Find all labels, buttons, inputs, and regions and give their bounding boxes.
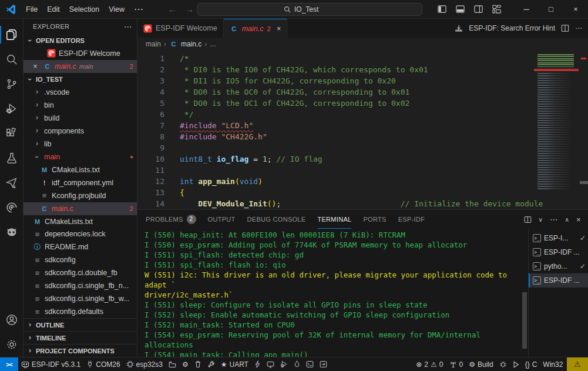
flash-download-icon[interactable] — [455, 24, 463, 32]
status-debug[interactable] — [277, 357, 291, 371]
launch-profile-chevron[interactable]: ∨ — [539, 216, 543, 223]
tree-item-main[interactable]: ›main● — [23, 151, 137, 163]
outline-section[interactable]: ›OUTLINE — [23, 318, 137, 331]
extensions-icon[interactable] — [0, 121, 23, 146]
menu-selection[interactable]: Selection — [65, 5, 104, 14]
tab-ports[interactable]: PORTS — [363, 210, 386, 229]
testing-icon[interactable] — [0, 146, 23, 171]
tab-esp-idf[interactable]: ESP-IDF — [398, 210, 425, 229]
status-export[interactable] — [317, 357, 330, 371]
breadcrumb-symbol[interactable]: ... — [210, 40, 216, 48]
tree-item-components[interactable]: ›components — [23, 125, 137, 138]
toggle-secondary-sidebar-icon[interactable] — [474, 5, 483, 14]
tree-item-sdkconfig-single-fb-w[interactable]: ≡sdkconfig.ci.single_fb_w... — [23, 292, 137, 305]
accounts-icon[interactable] — [0, 308, 23, 332]
status-full-clean[interactable] — [191, 357, 204, 371]
tree-item-sdkconfig[interactable]: ≡sdkconfig — [23, 253, 137, 266]
tab-output[interactable]: OUTPUT — [208, 210, 236, 229]
status-menuconfig[interactable]: ⚙ — [179, 357, 191, 371]
editor-more-actions[interactable]: ⋯ — [575, 24, 582, 32]
nav-forward-icon[interactable]: → — [185, 4, 194, 14]
terminal-instance[interactable]: >_ESP-IDF ... — [529, 245, 588, 259]
panel-more-actions[interactable]: ⋯ — [550, 215, 557, 224]
tree-item-sdkconfig-defaults[interactable]: ≡sdkconfig.defaults — [23, 305, 137, 318]
tree-item-sdkconfig-single-fb-n[interactable]: ≡sdkconfig.ci.single_fb_n... — [23, 279, 137, 292]
espressif-icon[interactable] — [0, 195, 23, 220]
split-terminal-icon[interactable] — [524, 216, 532, 223]
toggle-sidebar-icon[interactable] — [438, 5, 446, 14]
terminal-instance[interactable]: >_pytho...✓ — [529, 259, 588, 273]
run-debug-icon[interactable] — [0, 96, 23, 121]
close-icon[interactable]: × — [277, 25, 281, 33]
tree-item-kconfig[interactable]: ≡Kconfig.projbuild — [23, 189, 137, 202]
customize-layout-icon[interactable] — [492, 5, 501, 14]
tab-terminal[interactable]: TERMINAL — [317, 210, 351, 229]
status-flash-device[interactable] — [251, 357, 264, 371]
status-erase-flash[interactable] — [291, 357, 303, 371]
tree-item-readme[interactable]: ⓘREADME.md — [23, 240, 137, 253]
terminal-instance-selected[interactable]: >_ESP-IDF ... — [529, 273, 588, 288]
close-panel-icon[interactable]: × — [576, 215, 581, 224]
project-components-section[interactable]: ›PROJECT COMPONENTS — [23, 344, 137, 357]
menu-more[interactable]: ⋯ — [129, 4, 148, 15]
tab-problems[interactable]: PROBLEMS2 — [146, 210, 196, 229]
terminal-output[interactable]: I (550) heap_init: At 600FE100 len 00001… — [137, 229, 521, 357]
search-input[interactable] — [294, 5, 335, 14]
tree-item-bin[interactable]: ›bin — [23, 99, 137, 112]
maximize-panel-icon[interactable]: ∧ — [565, 216, 569, 223]
tab-esp-idf-welcome[interactable]: ESP-IDF Welcome — [137, 19, 224, 38]
status-monitor-device[interactable] — [264, 357, 277, 371]
menu-file[interactable]: File — [21, 5, 42, 14]
status-flash-method[interactable] — [166, 357, 179, 371]
terminal-scrollbar[interactable] — [521, 229, 528, 357]
tree-item-vscode[interactable]: ›.vscode — [23, 86, 137, 99]
breadcrumb-mainc[interactable]: main.c — [181, 40, 201, 48]
tree-item-mainc[interactable]: Cmain.c2 — [23, 202, 137, 215]
explorer-more-actions[interactable]: ⋯ — [124, 22, 132, 31]
search-activity-icon[interactable] — [0, 47, 23, 72]
status-notification-warning[interactable]: ⚠ — [567, 357, 588, 371]
tree-item-idf-component[interactable]: !idf_component.yml — [23, 176, 137, 189]
project-root-header[interactable]: › IO_TEST — [23, 73, 137, 86]
terminal-instance[interactable]: >_ESP-I...✓ — [529, 231, 588, 245]
window-close-button[interactable]: × — [563, 0, 588, 18]
source-control-icon[interactable] — [0, 72, 23, 96]
tree-item-cmakelists-root[interactable]: MCMakeLists.txt — [23, 215, 137, 228]
window-maximize-button[interactable]: □ — [539, 0, 563, 18]
explorer-icon[interactable] — [0, 22, 23, 47]
status-ports-forwarded[interactable]: 0 — [446, 357, 466, 371]
minimap[interactable] — [534, 52, 579, 202]
tree-item-cmakelists-main[interactable]: MCMakeLists.txt — [23, 163, 137, 176]
status-espidf-version[interactable]: ESP-IDF v5.3.1 — [18, 357, 83, 371]
menu-view[interactable]: View — [104, 5, 129, 14]
status-cmake-build[interactable]: ⚙ Build — [466, 357, 496, 371]
status-com-port[interactable]: COM26 — [83, 357, 123, 371]
status-flash-type[interactable]: ★ UART — [218, 357, 251, 371]
timeline-section[interactable]: ›TIMELINE — [23, 331, 137, 344]
status-device-target[interactable]: esp32s3 — [123, 357, 166, 371]
close-icon[interactable]: × — [31, 62, 40, 71]
window-minimize-button[interactable]: ─ — [514, 0, 539, 18]
tree-item-lib[interactable]: ›lib — [23, 138, 137, 151]
breadcrumb-main[interactable]: main — [146, 40, 161, 48]
status-cmake-debug[interactable] — [496, 357, 510, 371]
open-editors-header[interactable]: › OPEN EDITORS — [23, 34, 137, 47]
settings-gear-icon[interactable] — [0, 332, 23, 357]
esp-idf-search-error-hint[interactable]: ESP-IDF: Search Error Hint — [469, 24, 555, 32]
robot-assistant-icon[interactable] — [0, 220, 23, 245]
status-platform[interactable]: Win32 — [540, 357, 566, 371]
open-editor-welcome[interactable]: ESP-IDF Welcome — [23, 47, 137, 60]
command-center-search[interactable] — [197, 3, 422, 16]
tree-item-sdkconfig-double-fb[interactable]: ≡sdkconfig.ci.double_fb — [23, 266, 137, 279]
toggle-panel-icon[interactable] — [456, 5, 465, 14]
remote-indicator[interactable]: >< — [0, 357, 18, 371]
status-terminal[interactable] — [303, 357, 317, 371]
status-launch-target[interactable] — [510, 357, 522, 371]
tree-item-dependencies-lock[interactable]: ≡dependencies.lock — [23, 228, 137, 240]
menu-edit[interactable]: Edit — [42, 5, 65, 14]
status-language-mode[interactable]: {} C — [522, 357, 540, 371]
tree-item-build[interactable]: ›build — [23, 112, 137, 125]
status-problems[interactable]: ⊗ 2 ⚠ 0 — [413, 357, 446, 371]
tab-debug-console[interactable]: DEBUG CONSOLE — [247, 210, 306, 229]
nav-back-icon[interactable]: ← — [168, 4, 177, 14]
